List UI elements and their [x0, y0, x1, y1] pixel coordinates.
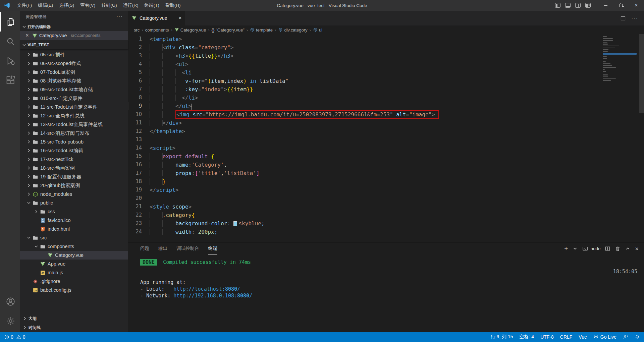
- more-actions-icon[interactable]: ···: [116, 14, 123, 20]
- tree-item-07-TodoList案例[interactable]: 07-TodoList案例: [20, 68, 128, 76]
- code-line-11[interactable]: 11 </div>: [128, 119, 644, 127]
- customize-layout-icon[interactable]: [585, 3, 591, 8]
- toggle-secondary-sidebar-icon[interactable]: [575, 3, 581, 8]
- code-line-9[interactable]: 9 </ul>: [128, 102, 644, 110]
- code-line-16[interactable]: 16 name:'Category',: [128, 161, 644, 169]
- tree-item-12-src-全局事件总线[interactable]: 12-src-全局事件总线: [20, 111, 128, 120]
- tree-item-05-src-插件[interactable]: 05-src-插件: [20, 50, 128, 59]
- kill-terminal-icon[interactable]: [615, 246, 621, 251]
- tree-item-15-src-Todo-pubsub[interactable]: 15-src-Todo-pubsub: [20, 137, 128, 146]
- status-item-bell[interactable]: [635, 334, 640, 340]
- tree-item-14-src-消息订阅与发布[interactable]: 14-src-消息订阅与发布: [20, 129, 128, 137]
- menu-item-4[interactable]: 转到(G): [98, 0, 120, 11]
- tree-item-06-src-scoped样式[interactable]: 06-src-scoped样式: [20, 59, 128, 68]
- menu-item-6[interactable]: 终端(T): [142, 0, 162, 11]
- project-section-header[interactable]: VUE_TEST: [20, 40, 128, 49]
- tree-item-src[interactable]: src: [20, 233, 128, 242]
- close-icon[interactable]: ×: [24, 33, 30, 39]
- breadcrumb-item-2[interactable]: Category.vue: [174, 27, 206, 33]
- status-item-Vue[interactable]: Vue: [579, 334, 587, 340]
- status-item-Go Live[interactable]: Go Live: [593, 334, 616, 340]
- code-line-21[interactable]: 21<style scope>: [128, 203, 644, 211]
- toggle-panel-icon[interactable]: [565, 3, 571, 8]
- open-editor-item[interactable]: × Category.vue src\components: [20, 31, 128, 40]
- code-line-4[interactable]: 4 <ul>: [128, 60, 644, 68]
- outline-section[interactable]: 大纲: [20, 314, 128, 323]
- tree-item-18-src-动画案例[interactable]: 18-src-动画案例: [20, 164, 128, 172]
- shell-label[interactable]: node: [590, 246, 600, 251]
- more-actions-icon[interactable]: ···: [631, 15, 638, 21]
- menu-item-1[interactable]: 编辑(E): [35, 0, 56, 11]
- close-window-button[interactable]: ×: [629, 0, 644, 11]
- code-line-19[interactable]: 19</script>: [128, 186, 644, 194]
- close-tab-icon[interactable]: ×: [178, 15, 182, 21]
- panel-tab-3[interactable]: 终端: [208, 243, 217, 254]
- code-line-23[interactable]: 23 background-color: skyblue;: [128, 219, 644, 228]
- code-line-8[interactable]: 8 </li>: [128, 94, 644, 102]
- split-terminal-icon[interactable]: [605, 246, 610, 251]
- menu-item-7[interactable]: 帮助(H): [162, 0, 184, 11]
- code-line-2[interactable]: 2 <div class="category">: [128, 43, 644, 52]
- activity-accounts[interactable]: [0, 292, 20, 311]
- status-item-person-add[interactable]: [623, 334, 628, 340]
- code-editor[interactable]: 1<template>2 <div class="category">3 <h3…: [128, 34, 644, 242]
- maximize-panel-icon[interactable]: [625, 246, 631, 251]
- tree-item-13-src-TodoList全局事件总线[interactable]: 13-src-TodoList全局事件总线: [20, 120, 128, 129]
- activity-settings[interactable]: [0, 311, 20, 331]
- menu-item-3[interactable]: 查看(V): [77, 0, 98, 11]
- open-editors-section[interactable]: 打开的编辑器: [20, 23, 128, 31]
- new-terminal-icon[interactable]: +: [564, 245, 568, 252]
- tree-item-17-src-nextTick[interactable]: 17-src-nextTick: [20, 155, 128, 164]
- tree-item-favicon.ico[interactable]: favicon.ico: [20, 216, 128, 225]
- tree-item-babel.config.js[interactable]: JSbabel.config.js: [20, 286, 128, 294]
- tab-category-vue[interactable]: Category.vue ×: [128, 11, 185, 25]
- panel-tab-0[interactable]: 问题: [140, 243, 149, 254]
- code-line-3[interactable]: 3 <h3>{{title}}</h3>: [128, 52, 644, 60]
- tree-item-node_modules[interactable]: jsnode_modules: [20, 190, 128, 198]
- restore-button[interactable]: [613, 0, 629, 11]
- terminal-icon[interactable]: [582, 246, 588, 251]
- code-line-10[interactable]: 10 <img src="https://img1.baidu.com/it/u…: [128, 110, 644, 119]
- status-item-UTF-8[interactable]: UTF-8: [540, 334, 554, 340]
- activity-run-and-debug[interactable]: [0, 51, 20, 70]
- code-line-18[interactable]: 18 }: [128, 177, 644, 186]
- tree-item-index.html[interactable]: 5index.html: [20, 225, 128, 233]
- code-line-1[interactable]: 1<template>: [128, 35, 644, 43]
- status-item-CRLF[interactable]: CRLF: [560, 334, 573, 340]
- editor-scrollbar[interactable]: [639, 34, 644, 113]
- breadcrumb-item-1[interactable]: components: [145, 27, 169, 33]
- tree-item-components[interactable]: components: [20, 242, 128, 251]
- minimize-button[interactable]: [598, 0, 613, 11]
- code-line-17[interactable]: 17 props:['title','listData']: [128, 169, 644, 177]
- tree-item-main.js[interactable]: JSmain.js: [20, 268, 128, 277]
- chevron-down-icon[interactable]: [572, 246, 578, 251]
- problems-status[interactable]: 0 0: [4, 334, 25, 340]
- breadcrumb-item-6[interactable]: ul: [313, 27, 322, 33]
- code-line-6[interactable]: 6 v-for="(item,index) in listData": [128, 77, 644, 85]
- breadcrumb-item-3[interactable]: {}"Category.vue": [212, 27, 245, 33]
- panel-tab-2[interactable]: 调试控制台: [176, 243, 199, 254]
- tree-item-08-浏览器本地存储[interactable]: 08-浏览器本地存储: [20, 76, 128, 85]
- menu-item-0[interactable]: 文件(F): [14, 0, 35, 11]
- tree-item-.gitignore[interactable]: .gitignore: [20, 277, 128, 286]
- breadcrumb-item-5[interactable]: div.category: [278, 27, 307, 33]
- tree-item-20-github搜索案例[interactable]: 20-github搜索案例: [20, 181, 128, 190]
- menu-item-2[interactable]: 选择(S): [56, 0, 77, 11]
- tree-item-11-src-TodoList自定义事件[interactable]: 11-src-TodoList自定义事件: [20, 103, 128, 111]
- activity-explorer[interactable]: [0, 12, 20, 32]
- close-panel-icon[interactable]: ×: [635, 246, 639, 252]
- tree-item-09-src-TodoList本地存储[interactable]: 09-src-TodoList本地存储: [20, 85, 128, 94]
- tree-item-19-配置代理服务器[interactable]: 19-配置代理服务器: [20, 172, 128, 181]
- code-line-7[interactable]: 7 :key="index">{{item}}: [128, 85, 644, 94]
- code-line-15[interactable]: 15 export default {: [128, 152, 644, 161]
- tree-item-16-src-TodoList编辑[interactable]: 16-src-TodoList编辑: [20, 146, 128, 155]
- activity-extensions[interactable]: [0, 70, 20, 90]
- code-line-22[interactable]: 22 .category{: [128, 211, 644, 219]
- tree-item-public[interactable]: public: [20, 198, 128, 207]
- code-line-20[interactable]: 20: [128, 194, 644, 203]
- menu-item-5[interactable]: 运行(R): [120, 0, 142, 11]
- breadcrumb-item-0[interactable]: src: [134, 27, 140, 33]
- status-item-行 9, 列 15[interactable]: 行 9, 列 15: [491, 334, 513, 340]
- tree-item-010-src-自定义事件[interactable]: 010-src-自定义事件: [20, 94, 128, 103]
- code-line-5[interactable]: 5 <li: [128, 68, 644, 77]
